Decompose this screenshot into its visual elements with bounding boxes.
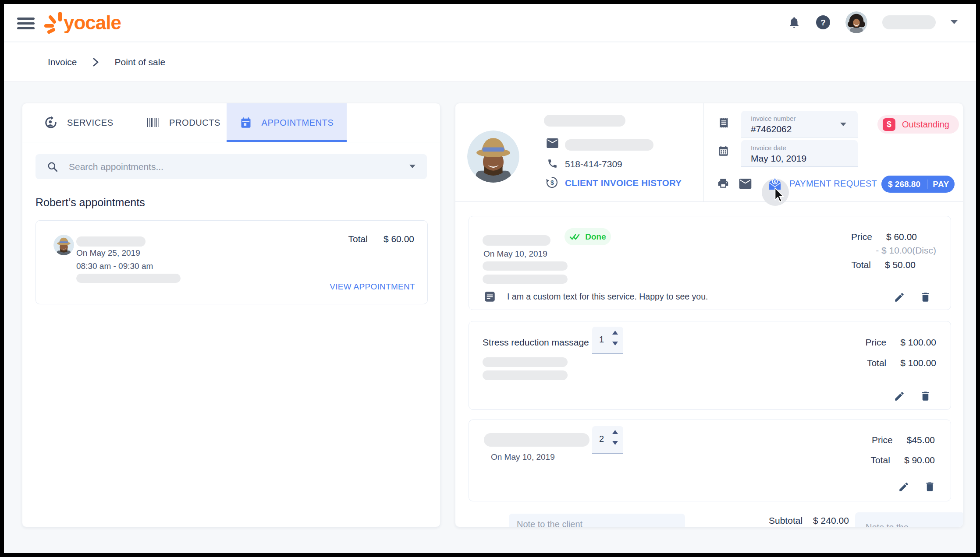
- receipt-icon: [718, 117, 730, 129]
- invoice-panel: 518-414-7309 $ CLIENT INVOICE HISTORY In…: [455, 103, 963, 527]
- pay-label: PAY: [927, 180, 955, 189]
- appointment-date: On May 25, 2019: [76, 248, 140, 258]
- client-invoice-history-link[interactable]: CLIENT INVOICE HISTORY: [565, 178, 682, 188]
- pay-amount: $ 268.80: [881, 180, 927, 189]
- price-row: Price $ 100.00: [865, 337, 936, 348]
- delete-icon[interactable]: [920, 291, 931, 303]
- edit-icon[interactable]: [894, 292, 905, 303]
- tab-products-label: PRODUCTS: [169, 118, 220, 128]
- quantity-stepper[interactable]: 2: [592, 426, 623, 454]
- user-avatar[interactable]: [845, 11, 867, 33]
- breadcrumb-bar: Invoice Point of sale: [4, 42, 976, 82]
- service-note-text: I am a custom text for this service. Hap…: [507, 292, 708, 302]
- total-value: $ 50.00: [885, 260, 916, 270]
- status-badge-label: Outstanding: [902, 120, 949, 130]
- redacted-service-name-bar: [483, 235, 550, 246]
- subtotal-value: $ 240.00: [813, 515, 849, 526]
- appointment-time: 08:30 am - 09:30 am: [76, 261, 153, 271]
- search-icon: [47, 161, 58, 173]
- delete-icon[interactable]: [924, 481, 936, 493]
- total-row: Total $ 90.00: [871, 455, 935, 465]
- invoice-line-item: Stress reduction massage 1 Price $ 100.0…: [469, 321, 951, 410]
- price-value: $ 60.00: [886, 232, 917, 242]
- invoice-date-label: Invoice date: [751, 144, 786, 152]
- header-vertical-divider: [703, 103, 704, 201]
- edit-icon[interactable]: [894, 391, 905, 402]
- price-value: $ 100.00: [900, 337, 936, 348]
- email-invoice-icon[interactable]: [739, 179, 752, 189]
- search-box: [36, 154, 427, 179]
- price-value: $45.00: [907, 435, 935, 445]
- menu-icon[interactable]: [17, 18, 35, 30]
- total-label: Total: [867, 358, 886, 368]
- help-icon[interactable]: ?: [816, 15, 831, 30]
- quantity-value: 1: [599, 335, 604, 345]
- payment-request-link[interactable]: PAYMENT REQUEST: [789, 179, 877, 189]
- price-row: Price $ 60.00: [851, 232, 917, 242]
- redacted-service-bar: [76, 274, 181, 283]
- user-name-redacted: [882, 15, 936, 29]
- client-avatar-small: [53, 235, 74, 255]
- item-date: On May 10, 2019: [483, 249, 547, 259]
- svg-text:$: $: [550, 179, 554, 186]
- redacted-detail-bar: [483, 370, 568, 380]
- header-horizontal-divider: [455, 201, 963, 202]
- view-appointment-link[interactable]: VIEW APPOINTMENT: [330, 282, 415, 292]
- invoice-date-field[interactable]: Invoice date May 10, 2019: [741, 140, 858, 167]
- total-label: Total: [871, 455, 890, 465]
- status-badge-done: Done: [565, 228, 611, 245]
- service-note-row: I am a custom text for this service. Hap…: [484, 291, 708, 303]
- invoice-number-field[interactable]: Invoice number #7462062: [741, 111, 858, 137]
- stepper-up-icon[interactable]: [612, 430, 618, 434]
- redacted-client-name-bar: [544, 115, 625, 127]
- breadcrumb-invoice[interactable]: Invoice: [48, 57, 77, 67]
- status-badge: $ Outstanding: [877, 115, 959, 134]
- price-label: Price: [865, 337, 886, 348]
- search-chevron-down-icon[interactable]: [409, 165, 415, 169]
- print-icon[interactable]: [717, 177, 729, 189]
- active-tab-underline: [227, 140, 347, 142]
- note-secondary-placeholder: Note to the: [866, 522, 909, 527]
- price-row: Price $45.00: [872, 435, 935, 445]
- stepper-up-icon[interactable]: [612, 331, 618, 335]
- redacted-item-name-bar: [484, 433, 589, 447]
- invoice-number-chevron-down-icon[interactable]: [840, 123, 846, 127]
- services-icon: [44, 116, 57, 129]
- note-field-secondary[interactable]: Note to the: [855, 512, 963, 527]
- quantity-value: 2: [599, 434, 604, 444]
- stepper-down-icon[interactable]: [612, 441, 618, 445]
- appointment-card[interactable]: On May 25, 2019 08:30 am - 09:30 am Tota…: [36, 220, 428, 304]
- edit-icon[interactable]: [898, 481, 909, 493]
- appointment-total-label: Total: [348, 234, 368, 244]
- dollar-ticket-icon: $: [883, 118, 895, 131]
- invoice-line-item: On May 10, 2019 2 Price $45.00 Total $ 9…: [469, 420, 951, 501]
- appointment-total-value: $ 60.00: [383, 234, 414, 244]
- breadcrumb-point-of-sale: Point of sale: [115, 57, 166, 67]
- account-chevron-down-icon[interactable]: [951, 20, 958, 25]
- tab-appointments[interactable]: APPOINTMENTS: [227, 103, 347, 142]
- client-phone: 518-414-7309: [565, 159, 622, 169]
- search-input[interactable]: [68, 161, 409, 173]
- delete-icon[interactable]: [920, 390, 931, 402]
- tab-services[interactable]: SERVICES: [44, 103, 114, 142]
- note-to-client-field[interactable]: Note to the client: [509, 514, 685, 527]
- redacted-detail-bar: [483, 357, 568, 367]
- notification-bell-icon[interactable]: [788, 15, 801, 29]
- quantity-stepper[interactable]: 1: [592, 327, 623, 354]
- discount-value: - $ 10.00(Disc): [876, 245, 936, 256]
- tab-products[interactable]: PRODUCTS: [146, 103, 220, 142]
- mouse-cursor: [772, 187, 787, 203]
- breadcrumb: Invoice Point of sale: [48, 42, 165, 81]
- item-name: Stress reduction massage: [483, 337, 589, 348]
- invoice-date-value: May 10, 2019: [751, 153, 806, 164]
- breadcrumb-chevron-right-icon: [93, 58, 99, 67]
- phone-icon: [547, 158, 558, 169]
- pay-button[interactable]: $ 268.80 PAY: [881, 176, 955, 193]
- calendar-icon: [240, 116, 252, 129]
- svg-text:$: $: [774, 179, 776, 184]
- redacted-email-bar: [565, 139, 653, 151]
- stepper-down-icon[interactable]: [612, 342, 618, 345]
- redacted-detail-bar: [483, 275, 568, 284]
- svg-text:?: ?: [820, 18, 826, 27]
- subtotal-row: Subtotal $ 240.00: [769, 515, 849, 526]
